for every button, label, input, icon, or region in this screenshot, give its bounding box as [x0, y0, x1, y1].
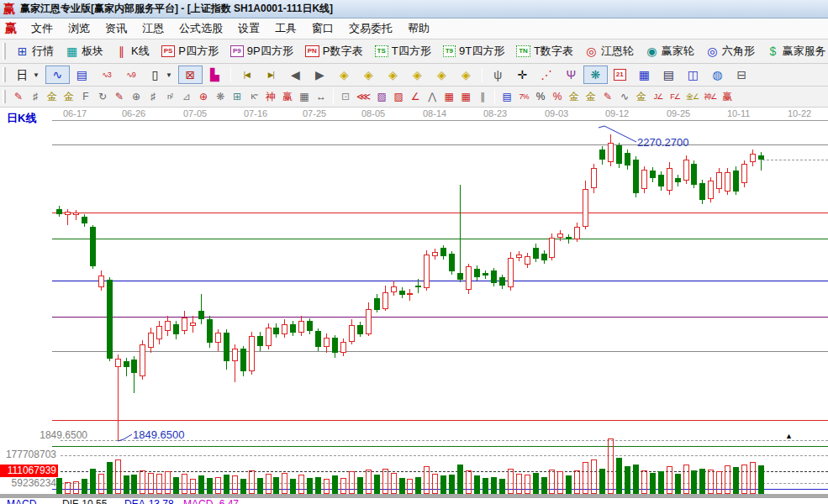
- ying-grid-button[interactable]: 赢: [279, 88, 296, 105]
- candle-style-dropdown-button[interactable]: ▯▼: [143, 66, 178, 84]
- step-back-button[interactable]: ◀: [283, 66, 308, 84]
- winner-wheel-button[interactable]: ◉赢家轮: [640, 41, 700, 61]
- pan-hand-button[interactable]: ψ: [486, 66, 510, 84]
- gold-grid-2-button[interactable]: 金: [61, 88, 77, 105]
- last-page-button[interactable]: ▶|: [259, 66, 283, 84]
- menu-item-5[interactable]: 设置: [230, 18, 267, 39]
- volume-bar: [449, 475, 455, 494]
- diamond-compress-button[interactable]: ◈: [430, 66, 454, 84]
- diamond-left-button[interactable]: ◈: [332, 66, 356, 84]
- fan-lines-button[interactable]: ⋘: [354, 88, 373, 105]
- tick-grid-button[interactable]: ♯: [145, 88, 161, 105]
- trend-angle-button[interactable]: ∠: [407, 88, 424, 105]
- gold-angle-button[interactable]: 金∠: [683, 88, 701, 105]
- trend-points-button[interactable]: ⋰: [535, 66, 559, 84]
- fan-box-purple-button[interactable]: ▨: [373, 88, 390, 105]
- parallel-lines-button[interactable]: ∥: [474, 88, 491, 105]
- wave-3-button[interactable]: ∿3: [94, 66, 119, 84]
- save-button[interactable]: ◫: [681, 66, 705, 84]
- notes-button[interactable]: ▤: [657, 66, 681, 84]
- diamond-h-expand-button[interactable]: ◈: [381, 66, 405, 84]
- p-square-button[interactable]: PSP四方形: [156, 41, 224, 61]
- spider-web-button[interactable]: ❋: [212, 88, 229, 105]
- calendar-21-button[interactable]: 21: [608, 66, 632, 83]
- boxed-web-button[interactable]: ⊞: [229, 88, 245, 105]
- diamond-v-expand-button[interactable]: ◈: [405, 66, 430, 84]
- grid-red-1-button[interactable]: ▦: [440, 88, 457, 105]
- hexagon-button[interactable]: ◎六角形: [700, 41, 761, 61]
- pen-tool-button[interactable]: ✎: [10, 88, 27, 105]
- time-grid-button[interactable]: ♯: [27, 88, 44, 105]
- gann-tool-button[interactable]: Ψ: [559, 66, 583, 84]
- fan-box-red-icon: ▨: [393, 90, 404, 103]
- gold-circle-button[interactable]: 金: [566, 88, 583, 105]
- angle-ruler-button[interactable]: ⊿: [178, 88, 195, 105]
- sector-blocks-button[interactable]: ▦板块: [60, 41, 109, 61]
- list-panel-button[interactable]: ▤: [70, 66, 94, 84]
- quote-grid-button[interactable]: ⊞行情: [10, 41, 60, 61]
- print-button[interactable]: ⊟: [730, 66, 754, 84]
- diamond-all-button[interactable]: ◈: [454, 66, 478, 84]
- f-grid-button[interactable]: F: [77, 88, 94, 105]
- percent-button[interactable]: %: [532, 88, 549, 105]
- t-square-button[interactable]: TST四方形: [369, 41, 437, 61]
- t9-square-button[interactable]: T99T四方形: [437, 41, 511, 61]
- zigzag-line-button[interactable]: ⋀: [424, 88, 440, 105]
- network-button[interactable]: ◍: [705, 66, 730, 84]
- box-select-button[interactable]: ⊡: [337, 88, 354, 105]
- volume-bar: [382, 469, 388, 494]
- menu-item-1[interactable]: 浏览: [61, 18, 98, 39]
- shen-grid-button[interactable]: 神: [262, 88, 279, 105]
- t-number-table-button[interactable]: TNT数字表: [510, 41, 579, 61]
- menu-item-8[interactable]: 交易委托: [341, 18, 400, 39]
- menu-item-6[interactable]: 工具: [267, 18, 304, 39]
- circle-cross-button[interactable]: ⊕: [195, 88, 212, 105]
- ruler-123-button[interactable]: ▦: [296, 88, 313, 105]
- spiral-button[interactable]: ↻: [94, 88, 111, 105]
- menu-item-7[interactable]: 窗口: [304, 18, 341, 39]
- p-number-table-button[interactable]: PNP数字表: [299, 41, 369, 61]
- pattern-map-button[interactable]: ⊠: [178, 66, 203, 84]
- first-page-button[interactable]: |◀: [235, 66, 259, 84]
- percent-line-button[interactable]: %: [549, 88, 566, 105]
- period-day-dropdown-button[interactable]: 日▼: [10, 66, 45, 84]
- chart-area[interactable]: 日K线 06-1706-2607-0507-1607-2508-0508-140…: [0, 108, 828, 504]
- h-expand-button[interactable]: ↔: [313, 88, 330, 105]
- circle-grid-button[interactable]: ⊕: [128, 88, 145, 105]
- zigzag-wave-button[interactable]: ∿: [45, 66, 70, 84]
- menu-item-0[interactable]: 文件: [24, 18, 61, 39]
- j-angle-button[interactable]: J∠: [650, 88, 667, 105]
- ying-angle-button[interactable]: 赢: [719, 88, 736, 105]
- menu-item-3[interactable]: 江恩: [134, 18, 171, 39]
- p9-square-button[interactable]: P99P四方形: [224, 41, 299, 61]
- shen-angle-button[interactable]: 神∠: [701, 88, 719, 105]
- fan-box-red-button[interactable]: ▨: [390, 88, 407, 105]
- menu-item-2[interactable]: 资讯: [98, 18, 134, 39]
- gann-wheel-button[interactable]: ◎江恩轮: [579, 41, 640, 61]
- n-squared-button[interactable]: n²: [161, 88, 178, 105]
- winner-service-button[interactable]: $赢家服务: [761, 41, 828, 61]
- grid-red-2-button[interactable]: ▦: [457, 88, 474, 105]
- gold-line-button[interactable]: 金: [583, 88, 599, 105]
- brush-button[interactable]: ✎: [599, 88, 616, 105]
- smart-analysis-button[interactable]: ❋: [583, 66, 608, 84]
- percent-7-button[interactable]: 7%: [515, 88, 532, 105]
- stats-panel-button[interactable]: ▤: [498, 88, 515, 105]
- crosshair-button[interactable]: ✛: [510, 66, 535, 84]
- diamond-right-button[interactable]: ◈: [356, 66, 381, 84]
- wave-9-button[interactable]: ∿9: [119, 66, 143, 84]
- calculator-button[interactable]: ▦: [632, 66, 657, 84]
- wave-line-button[interactable]: ∿: [616, 88, 633, 105]
- volume-bar: [599, 469, 605, 494]
- kline-candles-button[interactable]: ∥K线: [109, 41, 156, 61]
- k-mark-button[interactable]: K": [245, 88, 262, 105]
- f-angle-button[interactable]: F∠: [667, 88, 683, 105]
- gold-grid-1-button[interactable]: 金: [44, 88, 61, 105]
- list-panel-icon: ▤: [76, 68, 88, 81]
- measure-pen-button[interactable]: ✎: [111, 88, 128, 105]
- step-forward-button[interactable]: ▶: [308, 66, 332, 84]
- profile-histogram-button[interactable]: ▙: [203, 66, 227, 84]
- gold-underline-button[interactable]: 金: [633, 88, 650, 105]
- menu-item-4[interactable]: 公式选股: [171, 18, 230, 39]
- menu-item-9[interactable]: 帮助: [400, 18, 437, 39]
